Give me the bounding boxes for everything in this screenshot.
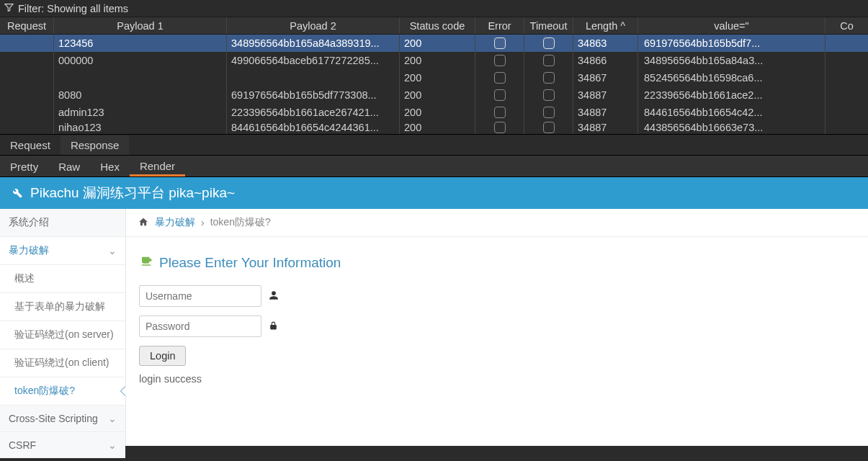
cell-payload-2: 348956564bb165a84a389319... [227,35,400,52]
cell-value: 223396564bb1661ace2... [638,86,826,104]
table-header[interactable]: Request Payload 1 Payload 2 Status code … [0,17,868,35]
col-status-code[interactable]: Status code [400,17,475,34]
pika-title: Pikachu 漏洞练习平台 pika~pika~ [30,184,235,202]
sidebar-item-form-brute[interactable]: 基于表单的暴力破解 [0,293,125,321]
tab-raw[interactable]: Raw [48,157,90,176]
cell-status-code: 200 [400,121,475,134]
col-value[interactable]: value=" [638,17,826,34]
sidebar-item-label: 概述 [14,272,35,285]
username-input[interactable] [139,285,261,307]
cell-request [0,104,54,121]
cell-payload-2: 499066564baceb6177272285... [227,52,400,69]
cell-timeout [524,52,573,69]
cell-status-code: 200 [400,35,475,52]
sidebar-item-captcha-client[interactable]: 验证码绕过(on client) [0,349,125,377]
cell-timeout [524,121,573,134]
col-error[interactable]: Error [475,17,524,34]
breadcrumb-separator: › [201,217,205,228]
cell-value: 348956564bb165a84a3... [638,52,826,69]
cell-payload-1: nihao123 [54,121,227,134]
cell-length: 34863 [573,35,638,52]
cell-payload-1: 123456 [54,35,227,52]
cell-co [826,104,868,121]
cell-timeout [524,86,573,104]
cell-co [826,69,868,86]
cell-payload-2: 691976564bb165b5df773308... [227,86,400,104]
table-row[interactable]: 8080691976564bb165b5df773308...200348872… [0,86,868,104]
tab-request[interactable]: Request [0,135,61,155]
col-length[interactable]: Length ^ [573,17,638,34]
home-icon[interactable] [138,217,149,229]
cell-payload-1: 8080 [54,86,227,104]
cell-request [0,35,54,52]
table-row[interactable]: 20034867852456564bb16598ca6... [0,69,868,86]
password-input[interactable] [139,315,261,337]
cell-payload-1: 000000 [54,52,227,69]
tab-render[interactable]: Render [130,156,185,176]
cell-request [0,69,54,86]
table-row[interactable]: nihao123844616564bb16654c4244361...20034… [0,121,868,134]
col-timeout[interactable]: Timeout [524,17,573,34]
cell-status-code: 200 [400,69,475,86]
checkbox-icon [494,37,506,49]
filter-text: Filter: Showing all items [18,3,128,14]
checkbox-icon [494,89,506,101]
cell-payload-2: 223396564bb1661ace267421... [227,104,400,121]
login-button[interactable]: Login [139,346,186,366]
cell-error [475,104,524,121]
active-marker-icon [121,386,126,396]
checkbox-icon [494,122,506,133]
cell-value: 844616564bb16654c42... [638,104,826,121]
request-response-tabs: Request Response [0,134,868,156]
sidebar-item-overview[interactable]: 概述 [0,265,125,293]
chevron-down-icon: ⌄ [108,413,117,424]
cell-length: 34867 [573,69,638,86]
sidebar-item-brute[interactable]: 暴力破解⌄ [0,237,125,265]
cell-length: 34887 [573,104,638,121]
sidebar-item-csrf[interactable]: CSRF⌄ [0,432,125,458]
cell-payload-1: admin123 [54,104,227,121]
cell-length: 34866 [573,52,638,69]
sidebar-item-label: 暴力破解 [9,244,49,257]
col-payload-1[interactable]: Payload 1 [54,17,227,34]
checkbox-icon [543,72,555,84]
cell-request [0,52,54,69]
filter-bar[interactable]: Filter: Showing all items [0,0,868,17]
table-row[interactable]: admin123223396564bb1661ace267421...20034… [0,104,868,121]
breadcrumb-link[interactable]: 暴力破解 [155,216,195,229]
tab-hex[interactable]: Hex [90,157,130,176]
cell-error [475,35,524,52]
pika-header: Pikachu 漏洞练习平台 pika~pika~ [0,177,868,209]
cell-timeout [524,35,573,52]
cell-payload-2: 844616564bb16654c4244361... [227,121,400,134]
table-row[interactable]: 123456348956564bb165a84a389319...2003486… [0,35,868,52]
cell-co [826,121,868,134]
user-icon [269,290,279,303]
cell-co [826,86,868,104]
view-tabs: Pretty Raw Hex Render [0,156,868,177]
checkbox-icon [543,37,555,49]
col-payload-2[interactable]: Payload 2 [227,17,400,34]
login-message: login success [139,373,855,385]
form-title-text: Please Enter Your Information [159,255,341,271]
table-row[interactable]: 000000499066564baceb6177272285...2003486… [0,52,868,69]
lock-icon [269,321,278,333]
tab-pretty[interactable]: Pretty [0,157,48,176]
sidebar-item-xss[interactable]: Cross-Site Scripting⌄ [0,406,125,432]
sidebar-item-captcha-server[interactable]: 验证码绕过(on server) [0,321,125,349]
col-request[interactable]: Request [0,17,54,34]
tab-response[interactable]: Response [61,135,130,155]
checkbox-icon [543,122,555,133]
cell-error [475,52,524,69]
cell-request [0,86,54,104]
sidebar-item-label: Cross-Site Scripting [9,413,98,424]
cell-co [826,35,868,52]
cell-error [475,86,524,104]
sidebar-item-token[interactable]: token防爆破? [0,377,125,406]
pika-main: 暴力破解 › token防爆破? Please Enter Your Infor… [126,209,868,446]
col-co[interactable]: Co [826,17,868,34]
sidebar-item-intro[interactable]: 系统介绍 [0,209,125,237]
coffee-icon [139,254,153,271]
pika-sidebar: 系统介绍 暴力破解⌄ 概述 基于表单的暴力破解 验证码绕过(on server)… [0,209,126,446]
cell-status-code: 200 [400,52,475,69]
